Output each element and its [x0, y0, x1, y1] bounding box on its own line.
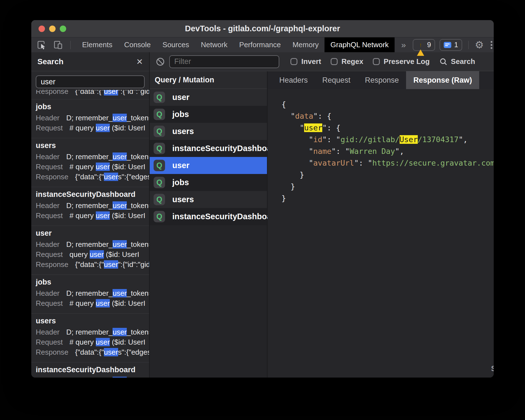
json-token-q: ": [309, 159, 313, 167]
search-result-group-user: userHeaderD; remember_user_token=eReques…: [31, 226, 149, 272]
json-token-q: ": [309, 135, 313, 144]
search-result-row[interactable]: Request# query user ($id: UserI: [31, 337, 149, 347]
checkbox-regex[interactable]: Regex: [331, 57, 363, 66]
json-token-q: ": [322, 123, 327, 132]
row-kind-label: Header: [36, 239, 59, 249]
devtools-tab-sources[interactable]: Sources: [157, 37, 195, 52]
search-close-icon[interactable]: ✕: [136, 57, 143, 66]
close-window-button[interactable]: [39, 25, 45, 32]
search-result-row[interactable]: HeaderD; remember_user_token=e: [31, 376, 149, 378]
search-result-row[interactable]: HeaderD; remember_user_token=e: [31, 152, 149, 162]
match-text: ($id: UserI: [110, 124, 145, 132]
match-text: s":{"edges: [118, 348, 149, 356]
result-operation-name: user: [31, 226, 149, 239]
json-token-q: ": [309, 147, 313, 156]
search-result-row[interactable]: Request# query user ($id: UserI: [31, 298, 149, 308]
match-text: _token=e: [127, 328, 149, 336]
kebab-menu-icon[interactable]: [488, 41, 494, 49]
warnings-badge[interactable]: ! 9: [413, 39, 435, 51]
json-line: "id": "gid://gitlab/User/13704317",: [281, 134, 494, 145]
match-highlight: user: [104, 90, 118, 96]
detail-tab-response-raw[interactable]: Response (Raw): [406, 71, 479, 89]
devtools-tab-performance[interactable]: Performance: [233, 37, 287, 52]
filter-checkboxes: InvertRegexPreserve Log: [290, 57, 430, 66]
toolbar-search[interactable]: Search: [439, 57, 475, 66]
match-highlight: user: [96, 211, 110, 220]
more-tabs-chevron[interactable]: »: [395, 37, 413, 52]
maximize-window-button[interactable]: [60, 25, 66, 32]
match-text: # query: [70, 211, 96, 220]
checkbox-box[interactable]: [290, 58, 297, 65]
match-highlight: user: [96, 338, 110, 346]
result-operation-name: users: [31, 314, 149, 327]
json-token-sp: [281, 135, 309, 144]
issues-badge[interactable]: 1: [440, 39, 462, 51]
json-line: {: [281, 99, 494, 110]
search-result-row[interactable]: HeaderD; remember_user_token=e: [31, 288, 149, 298]
search-result-row[interactable]: Response{"data":{"users":{"edges: [31, 347, 149, 357]
json-token-q: ": [368, 159, 372, 167]
query-list-item-jobs[interactable]: Qjobs: [150, 106, 267, 123]
warning-icon: !: [417, 42, 424, 48]
result-operation-name: users: [31, 138, 149, 152]
json-token-sp: [281, 123, 300, 132]
devtools-tab-console[interactable]: Console: [118, 37, 156, 52]
devtools-tab-graphql-network[interactable]: GraphQL Network: [324, 37, 395, 52]
json-token-str: /13704317: [418, 135, 459, 144]
match-highlight: user: [113, 328, 127, 336]
query-list-item-user[interactable]: Quser: [150, 157, 267, 174]
search-result-row[interactable]: Response{"data":{"user":{"id":"gid: [31, 259, 149, 269]
query-list-item-users[interactable]: Qusers: [150, 191, 267, 208]
support-link[interactable]: Support: [491, 364, 494, 373]
query-list-item-instancesecuritydashboard[interactable]: QinstanceSecurityDashboard: [150, 140, 267, 157]
search-input[interactable]: [36, 75, 145, 88]
devtools-tab-elements[interactable]: Elements: [76, 37, 118, 52]
checkbox-box[interactable]: [373, 58, 380, 65]
json-token-q: ": [336, 135, 340, 144]
match-highlight: user: [96, 163, 110, 171]
search-result-row[interactable]: Request# query user ($id: UserI: [31, 162, 149, 172]
json-token-str: gid://gitlab/: [340, 135, 399, 144]
device-toolbar-icon[interactable]: [52, 39, 64, 51]
detail-tab-response[interactable]: Response: [358, 71, 406, 89]
devtools-tab-memory[interactable]: Memory: [287, 37, 324, 52]
search-result-row[interactable]: HeaderD; remember_user_token=e: [31, 113, 149, 123]
badge-divider: [468, 41, 469, 49]
search-result-row[interactable]: HeaderD; remember_user_token=e: [31, 201, 149, 211]
minimize-window-button[interactable]: [49, 25, 56, 32]
query-list-item-instancesecuritydashboard[interactable]: QinstanceSecurityDashboard: [150, 208, 267, 225]
query-list-item-users[interactable]: Qusers: [150, 123, 267, 140]
detail-tab-headers[interactable]: Headers: [272, 71, 315, 89]
match-text: s":{"edges: [118, 173, 149, 181]
checkbox-preserve-log[interactable]: Preserve Log: [373, 57, 430, 66]
search-result-row[interactable]: Response{"data":{"users":{"edges: [31, 172, 149, 182]
clear-log-icon[interactable]: [155, 56, 166, 67]
traffic-lights: [39, 25, 66, 32]
search-result-row[interactable]: Response{"data":{"user":{"id":"gid: [31, 90, 149, 96]
json-token-punc: : {: [327, 123, 341, 132]
window-title: DevTools - gitlab.com/-/graphql-explorer: [185, 24, 340, 33]
query-list-item-jobs[interactable]: Qjobs: [150, 174, 267, 191]
match-highlight: user: [113, 201, 127, 210]
search-result-row[interactable]: Request# query user ($id: UserI: [31, 123, 149, 133]
json-line: "user": {: [281, 122, 494, 134]
filter-input[interactable]: [169, 55, 279, 68]
search-result-row[interactable]: HeaderD; remember_user_token=e: [31, 327, 149, 337]
match-text: {"data":{": [75, 173, 104, 181]
devtools-tab-network[interactable]: Network: [195, 37, 233, 52]
settings-gear-icon[interactable]: ⚙: [475, 40, 484, 50]
inspect-element-icon[interactable]: [36, 39, 47, 51]
search-result-row[interactable]: Request# query user ($id: UserI: [31, 211, 149, 221]
search-result-row[interactable]: Requestquery user ($id: UserI: [31, 249, 149, 259]
match-text: # query: [70, 299, 96, 307]
json-token-punc: }: [300, 170, 304, 179]
search-icon: [439, 58, 448, 66]
search-highlight: user: [304, 123, 322, 132]
search-result-row[interactable]: HeaderD; remember_user_token=e: [31, 239, 149, 249]
checkbox-box[interactable]: [331, 58, 338, 65]
query-list-panel: Query / Mutation QuserQjobsQusersQinstan…: [150, 71, 268, 378]
query-list-item-user[interactable]: Quser: [150, 89, 267, 106]
json-token-q: ": [322, 135, 327, 144]
detail-tab-request[interactable]: Request: [315, 71, 358, 89]
checkbox-invert[interactable]: Invert: [290, 57, 321, 66]
